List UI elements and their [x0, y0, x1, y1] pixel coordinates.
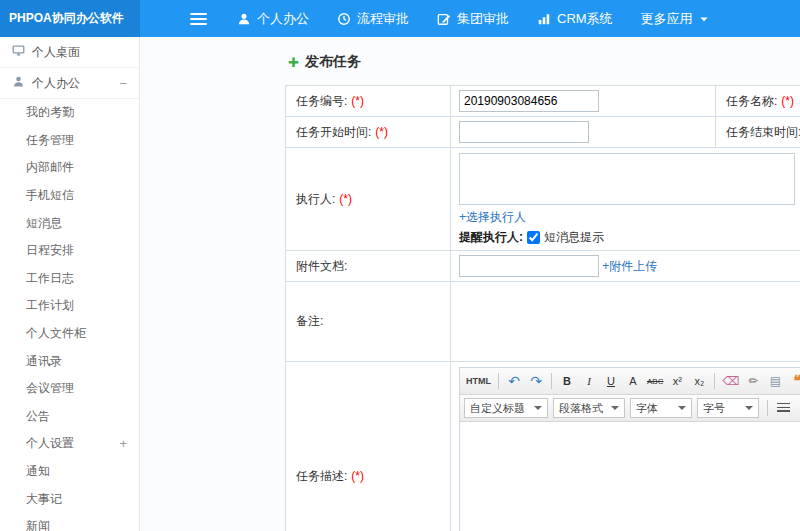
sidebar-item-events[interactable]: 大事记: [0, 485, 139, 513]
superscript-button[interactable]: x²: [667, 371, 687, 391]
sidebar-item-sms[interactable]: 手机短信: [0, 182, 139, 210]
sms-remind-label: 短消息提示: [544, 229, 604, 246]
strikethrough-button[interactable]: ABC: [645, 371, 665, 391]
custom-heading-select[interactable]: 自定义标题: [464, 398, 548, 418]
sms-remind-checkbox[interactable]: [527, 231, 540, 244]
blockquote-button[interactable]: ❝: [787, 371, 800, 391]
remark-label: 备注:: [286, 282, 451, 362]
remark-textarea[interactable]: [459, 287, 800, 353]
required-mark: (*): [351, 469, 364, 483]
clock-icon: [337, 12, 351, 26]
nav-personal-office[interactable]: 个人办公: [223, 0, 323, 37]
nav-crm-system[interactable]: CRM系统: [523, 0, 627, 37]
sidebar-item-task-management[interactable]: 任务管理: [0, 127, 139, 155]
collapse-icon[interactable]: −: [119, 76, 127, 91]
required-mark: (*): [375, 125, 388, 139]
editor-toolbar-row2: 自定义标题 段落格式 字体 字号: [460, 395, 800, 422]
underline-button[interactable]: U: [601, 371, 621, 391]
redo-button[interactable]: ↷: [526, 371, 546, 391]
user-icon: [237, 12, 251, 26]
sidebar-item-desktop[interactable]: 个人桌面: [0, 37, 139, 68]
undo-button[interactable]: ↶: [504, 371, 524, 391]
executor-label: 执行人:(*): [286, 148, 451, 251]
page-title: ✚ 发布任务: [288, 53, 361, 71]
sidebar-item-work-log[interactable]: 工作日志: [0, 265, 139, 293]
caret-down-icon: [611, 406, 619, 414]
required-mark: (*): [781, 94, 794, 108]
desktop-icon: [12, 44, 25, 60]
task-no-input[interactable]: [459, 90, 599, 112]
required-mark: (*): [339, 192, 352, 206]
end-time-label: 任务结束时间:(*): [716, 117, 800, 148]
font-size-select[interactable]: 字号: [697, 398, 759, 418]
html-source-button[interactable]: HTML: [464, 371, 493, 391]
attachment-input[interactable]: [459, 255, 599, 277]
required-mark: (*): [351, 94, 364, 108]
caret-down-icon: [534, 406, 542, 414]
app-logo: PHPOA协同办公软件: [0, 0, 140, 37]
attachment-upload-link[interactable]: +附件上传: [602, 259, 657, 273]
toolbar-separator: [498, 373, 499, 389]
toolbar-separator: [714, 373, 715, 389]
paragraph-format-select[interactable]: 段落格式: [553, 398, 625, 418]
sidebar-item-work-plan[interactable]: 工作计划: [0, 292, 139, 320]
edit-icon: [437, 12, 451, 26]
remind-executor-label: 提醒执行人:: [459, 229, 523, 246]
sidebar-item-contacts[interactable]: 通讯录: [0, 347, 139, 375]
sidebar-item-news[interactable]: 新闻: [0, 513, 139, 531]
nav-group-approval[interactable]: 集团审批: [423, 0, 523, 37]
sidebar-item-file-cabinet[interactable]: 个人文件柜: [0, 320, 139, 348]
sidebar-item-short-message[interactable]: 短消息: [0, 209, 139, 237]
sidebar-group-personal-office[interactable]: 个人办公 −: [0, 68, 139, 99]
nav-more-apps[interactable]: 更多应用: [627, 0, 723, 37]
executor-textarea[interactable]: [459, 153, 795, 205]
description-label: 任务描述:(*): [286, 362, 451, 531]
sidebar-item-meeting[interactable]: 会议管理: [0, 375, 139, 403]
clear-format-button[interactable]: ⌫: [720, 371, 741, 391]
sidebar-item-internal-mail[interactable]: 内部邮件: [0, 154, 139, 182]
toolbar-separator: [767, 400, 768, 416]
background-color-button[interactable]: ▤: [765, 371, 785, 391]
task-no-label: 任务编号:(*): [286, 86, 451, 117]
caret-down-icon: [678, 406, 686, 414]
main-content: ✚ 发布任务 任务编号:(*) 任务名称:(*) 任务开始时间:(*) 任务结束…: [141, 37, 800, 531]
attachment-label: 附件文档:: [286, 251, 451, 282]
sidebar-item-schedule[interactable]: 日程安排: [0, 237, 139, 265]
rich-text-editor: HTML ↶ ↷ B I U A ABC x² x₂ ⌫: [459, 367, 800, 531]
start-time-input[interactable]: [459, 121, 589, 143]
sidebar-item-announcement[interactable]: 公告: [0, 403, 139, 431]
editor-toolbar-row1: HTML ↶ ↷ B I U A ABC x² x₂ ⌫: [460, 368, 800, 395]
topbar: PHPOA协同办公软件 个人办公 流程审批 集团审批 CRM系统 更多应用: [0, 0, 800, 37]
sidebar-item-personal-settings[interactable]: 个人设置 +: [0, 430, 139, 458]
user-icon: [12, 75, 25, 91]
task-name-label: 任务名称:(*): [716, 86, 800, 117]
char-border-button[interactable]: A: [623, 371, 643, 391]
caret-down-icon: [745, 406, 753, 414]
italic-button[interactable]: I: [579, 371, 599, 391]
task-form-table: 任务编号:(*) 任务名称:(*) 任务开始时间:(*) 任务结束时间:(*) …: [285, 85, 800, 531]
add-icon: ✚: [288, 55, 299, 70]
chart-icon: [537, 12, 551, 26]
bold-button[interactable]: B: [557, 371, 577, 391]
toolbar-separator: [551, 373, 552, 389]
sidebar: 个人桌面 个人办公 − 我的考勤 任务管理 内部邮件 手机短信 短消息 日程安排…: [0, 37, 140, 531]
align-left-icon[interactable]: [777, 403, 790, 414]
choose-executor-link[interactable]: +选择执行人: [459, 209, 800, 226]
nav-workflow-approval[interactable]: 流程审批: [323, 0, 423, 37]
sidebar-item-notice[interactable]: 通知: [0, 458, 139, 486]
expand-icon[interactable]: +: [119, 436, 127, 451]
format-painter-button[interactable]: ✏: [743, 371, 763, 391]
sidebar-item-attendance[interactable]: 我的考勤: [0, 99, 139, 127]
top-navigation: 个人办公 流程审批 集团审批 CRM系统 更多应用: [223, 0, 723, 37]
start-time-label: 任务开始时间:(*): [286, 117, 451, 148]
font-family-select[interactable]: 字体: [630, 398, 692, 418]
subscript-button[interactable]: x₂: [689, 371, 709, 391]
editor-content-area[interactable]: [460, 422, 800, 531]
menu-toggle-icon[interactable]: [190, 10, 207, 28]
caret-down-icon: [699, 15, 709, 23]
